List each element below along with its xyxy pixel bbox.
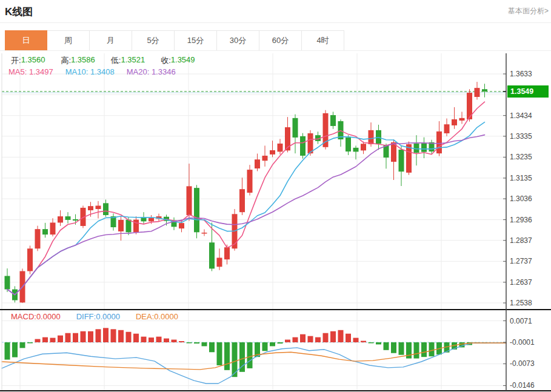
ma20-value: 1.3346 [152, 67, 176, 76]
high-value: 1.3586 [71, 55, 95, 66]
candle-body [88, 206, 93, 210]
macd-bar [133, 334, 139, 342]
candle-body [300, 136, 306, 156]
macd-bar [429, 342, 435, 356]
macd-bar [338, 330, 344, 342]
macd-bar [293, 337, 298, 342]
open-value: 1.3560 [21, 55, 45, 66]
macd-bar [376, 342, 381, 344]
candle-body [118, 220, 124, 231]
macd-value: 0.0000 [36, 312, 61, 321]
candle-body [187, 186, 192, 215]
ma20-label: MA20: [127, 67, 152, 76]
candle-body [209, 242, 215, 268]
macd-bar [361, 341, 366, 342]
macd-bar [65, 333, 71, 342]
candle-body [58, 216, 63, 222]
candle-body [65, 216, 71, 220]
macd-bar [12, 342, 18, 357]
dea-label: DEA: [136, 312, 154, 321]
macd-bar [42, 337, 48, 342]
candle-body [42, 229, 48, 234]
high-label: 高: [61, 55, 71, 66]
low-value: 1.3521 [121, 55, 145, 66]
macd-bar [421, 342, 427, 357]
low-label: 低: [111, 55, 121, 66]
macd-bar [50, 338, 56, 342]
ma10-line [7, 122, 485, 295]
macd-bar [103, 328, 109, 342]
ma-legend: MA5: 1.3497 MA10: 1.3408 MA20: 1.3346 [8, 67, 176, 76]
close-value: 1.3549 [171, 55, 195, 66]
candle-body [247, 170, 253, 193]
macd-bar [118, 330, 124, 342]
macd-bar [27, 342, 33, 344]
macd-legend: MACD:0.0000 DIFF:0.0000 DEA:0.0000 [11, 312, 178, 321]
macd-bar [58, 336, 63, 342]
candle-body [459, 118, 465, 121]
ma5-value: 1.3497 [29, 67, 53, 76]
macd-bar [414, 342, 419, 359]
price-tick-label: 1.3434 [510, 111, 532, 120]
candle-body [149, 218, 154, 222]
macd-bar [194, 342, 199, 344]
macd-bar [88, 331, 93, 342]
candle-body [421, 143, 427, 151]
ma10-label: MA10: [65, 67, 90, 76]
macd-bar [391, 342, 396, 353]
close-label: 收: [161, 55, 171, 66]
macd-bar [330, 331, 336, 342]
price-tick-label: 1.2538 [510, 299, 532, 307]
candle-body [27, 248, 33, 271]
candle-body [406, 144, 412, 173]
open-label: 开: [11, 55, 21, 66]
macd-bar [187, 342, 192, 344]
candle-body [293, 118, 298, 138]
macd-bar [323, 333, 329, 342]
macd-bar [300, 334, 306, 342]
candle-body [202, 233, 207, 234]
ma10-value: 1.3408 [90, 67, 115, 76]
macd-bar [308, 336, 313, 342]
current-price-badge: 1.3549 [507, 85, 549, 98]
price-tick-label: 1.3235 [510, 153, 532, 161]
candle-body [444, 124, 450, 133]
candle-body [399, 150, 404, 171]
macd-bar [35, 339, 41, 342]
macd-tick-label: -0.0001 [510, 338, 535, 347]
candle-body [475, 88, 480, 97]
macd-bar [156, 337, 162, 342]
macd-bar [406, 342, 412, 359]
macd-tick-label: -0.0073 [510, 359, 535, 368]
candle-body [50, 222, 56, 234]
candle-body [361, 144, 366, 150]
macd-bar [399, 342, 404, 355]
macd-bar [81, 331, 86, 342]
macd-bar [202, 342, 207, 346]
price-tick-label: 1.2936 [510, 216, 532, 224]
macd-tick-label: 0.0071 [510, 317, 532, 325]
candle-body [270, 150, 275, 154]
candle-body [96, 205, 101, 209]
macd-tick-label: -0.0146 [510, 381, 535, 390]
macd-bar [96, 329, 101, 342]
dea-value: 0.0000 [154, 312, 178, 321]
macd-bar [270, 342, 275, 346]
macd-bar [346, 334, 351, 342]
macd-bar [247, 342, 253, 368]
macd-bar [111, 329, 116, 342]
candle-body [103, 203, 109, 215]
price-tick-label: 1.3036 [510, 194, 532, 203]
candle-body [482, 89, 487, 91]
candle-body [133, 220, 139, 233]
macd-bar [5, 342, 10, 360]
macd-bar [353, 338, 359, 342]
macd-bar [224, 342, 230, 370]
macd-label: MACD: [11, 312, 36, 321]
price-tick-label: 1.2737 [510, 257, 532, 265]
candle-body [353, 148, 359, 152]
candle-body [194, 188, 199, 232]
candle-body [5, 276, 10, 289]
candle-body [369, 130, 374, 144]
candle-body [239, 189, 245, 212]
